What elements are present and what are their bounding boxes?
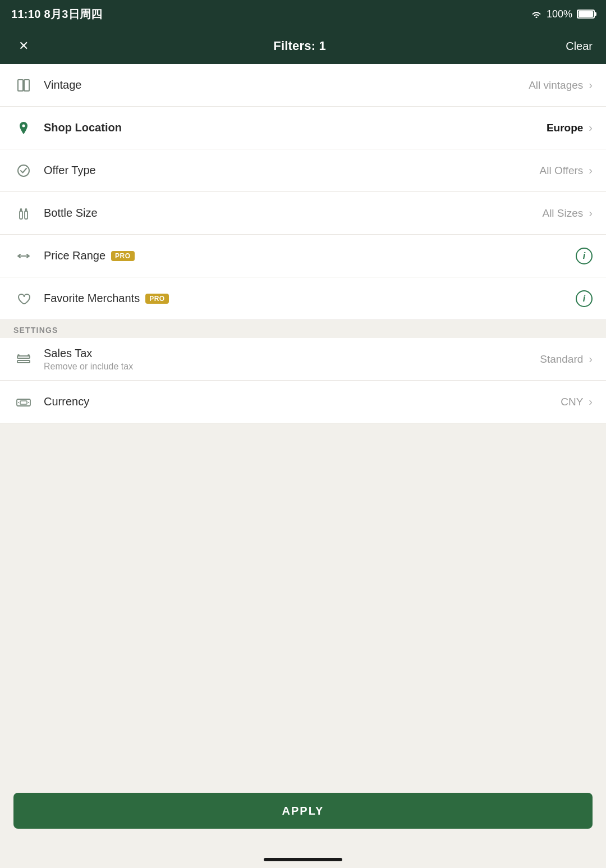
sales-tax-chevron: ›	[589, 353, 593, 366]
price-range-info-icon[interactable]: i	[576, 248, 593, 264]
bottle-size-chevron: ›	[589, 207, 593, 220]
bottle-size-value: All Sizes	[542, 207, 583, 220]
shop-location-chevron: ›	[589, 121, 593, 134]
currency-icon	[13, 392, 34, 412]
settings-label: SETTINGS	[13, 326, 58, 335]
heart-icon	[13, 289, 34, 309]
svg-rect-1	[18, 80, 23, 91]
content-spacer	[0, 423, 606, 784]
shop-location-label: Shop Location	[44, 121, 547, 134]
offer-type-chevron: ›	[589, 164, 593, 177]
filter-item-offer-type[interactable]: Offer Type All Offers ›	[0, 149, 606, 192]
tax-icon	[13, 349, 34, 369]
apply-button[interactable]: APPLY	[13, 793, 593, 829]
nav-bar: ✕ Filters: 1 Clear	[0, 28, 606, 64]
settings-item-sales-tax[interactable]: Sales Tax Remove or include tax Standard…	[0, 338, 606, 381]
offer-icon	[13, 161, 34, 181]
favorite-merchants-label: Favorite Merchants PRO	[44, 292, 576, 305]
svg-point-13	[27, 354, 30, 357]
svg-point-16	[18, 402, 19, 403]
status-bar: 11:10 8月3日周四 100%	[0, 0, 606, 28]
currency-label: Currency	[44, 395, 561, 408]
currency-chevron: ›	[589, 395, 593, 408]
bottle-icon	[13, 203, 34, 223]
svg-rect-10	[17, 356, 30, 358]
battery-icon	[577, 10, 595, 19]
favorite-merchants-pro-badge: PRO	[145, 294, 169, 304]
svg-rect-15	[20, 401, 27, 404]
nav-title: Filters: 1	[273, 39, 326, 53]
status-time-date: 11:10 8月3日周四	[11, 7, 103, 22]
close-button[interactable]: ✕	[13, 39, 34, 53]
apply-section: APPLY	[0, 784, 606, 851]
vintage-value: All vintages	[529, 79, 583, 92]
svg-rect-6	[21, 209, 22, 211]
filter-item-favorite-merchants[interactable]: Favorite Merchants PRO i	[0, 277, 606, 320]
shop-location-value: Europe	[547, 122, 583, 134]
price-range-icon	[13, 246, 34, 266]
vintage-icon	[13, 75, 34, 95]
svg-point-17	[28, 402, 29, 403]
wifi-icon	[531, 10, 542, 18]
favorite-merchants-info-icon[interactable]: i	[576, 290, 593, 307]
status-indicators: 100%	[531, 8, 595, 20]
svg-rect-11	[17, 360, 30, 363]
currency-text: Currency	[44, 395, 561, 408]
svg-point-0	[535, 17, 537, 19]
svg-rect-5	[20, 211, 22, 219]
home-bar	[264, 858, 342, 861]
filter-item-price-range[interactable]: Price Range PRO i	[0, 235, 606, 277]
filter-item-bottle-size[interactable]: Bottle Size All Sizes ›	[0, 192, 606, 235]
price-range-pro-badge: PRO	[111, 251, 135, 261]
settings-section-header: SETTINGS	[0, 320, 606, 338]
price-range-label: Price Range PRO	[44, 249, 576, 262]
filter-item-shop-location[interactable]: Shop Location Europe ›	[0, 107, 606, 149]
currency-value: CNY	[561, 396, 583, 408]
offer-type-value: All Offers	[540, 165, 584, 177]
home-indicator	[0, 851, 606, 868]
svg-point-3	[22, 124, 25, 127]
sales-tax-text: Sales Tax Remove or include tax	[44, 347, 540, 372]
filter-item-vintage[interactable]: Vintage All vintages ›	[0, 64, 606, 107]
svg-point-4	[18, 165, 29, 176]
vintage-chevron: ›	[589, 79, 593, 92]
svg-rect-8	[26, 209, 27, 211]
location-pin-icon	[13, 118, 34, 138]
sales-tax-value: Standard	[540, 353, 583, 366]
filter-list: Vintage All vintages › Shop Location Eur…	[0, 64, 606, 320]
svg-point-12	[17, 354, 20, 357]
settings-list: Sales Tax Remove or include tax Standard…	[0, 338, 606, 423]
svg-rect-7	[25, 211, 27, 219]
vintage-label: Vintage	[44, 79, 529, 92]
battery-percent: 100%	[547, 8, 572, 20]
settings-item-currency[interactable]: Currency CNY ›	[0, 381, 606, 423]
content-area: Vintage All vintages › Shop Location Eur…	[0, 64, 606, 868]
offer-type-label: Offer Type	[44, 164, 540, 177]
svg-rect-2	[24, 80, 29, 91]
sales-tax-label: Sales Tax	[44, 347, 540, 360]
bottle-size-label: Bottle Size	[44, 207, 542, 220]
sales-tax-sublabel: Remove or include tax	[44, 362, 540, 372]
clear-button[interactable]: Clear	[566, 40, 593, 53]
